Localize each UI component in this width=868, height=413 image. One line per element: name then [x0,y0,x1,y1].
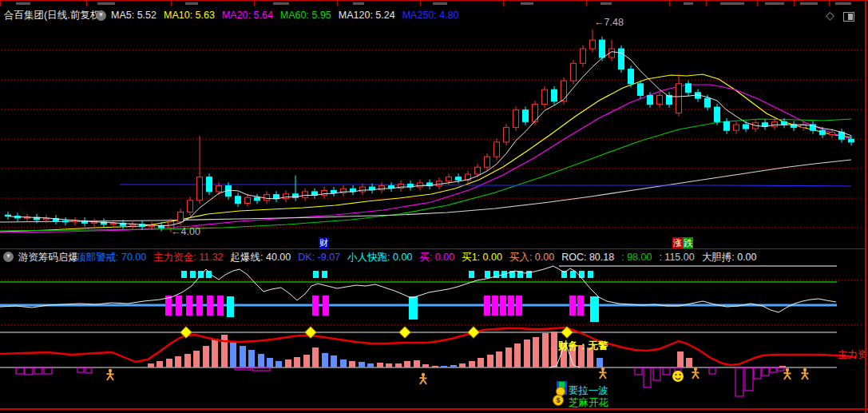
hint-tag-财[interactable]: 财 [319,237,329,248]
indicator-stat-3: DK: -9.07 [298,252,340,263]
volume-bar [175,356,181,367]
window-border-right [865,0,866,413]
magenta-outline-bar [663,367,670,375]
magenta-signal-bar [196,296,203,316]
magenta-signal-bar [217,296,224,316]
ma-label-ma20: MA20: 5.64 [222,10,273,21]
indicator-stats-row: 顶部警戒: 70.00主力资金: 11.32起爆线: 40.00DK: -9.0… [76,252,756,263]
magenta-signal-bar [323,296,329,316]
volume-bar [505,347,512,367]
ma-label-ma60: MA60: 5.95 [280,10,331,21]
volume-bar [686,358,692,367]
cyan-marker-square [579,271,585,278]
signal-diamond [468,327,479,338]
indicator-stat-4: 小人快跑: 0.00 [347,252,412,263]
magenta-outline-bar [44,367,52,374]
magenta-outline-bar [653,367,660,380]
volume-bar [157,361,163,367]
cyan-signal-bar [227,296,234,317]
indicator-stat-0: 顶部警戒: 70.00 [76,252,146,263]
app-window: $ 合百集团(日线.前复权) ▾ MA5: 5.52MA10: 5.63MA20… [0,0,868,413]
top-toolbar-fragments [0,0,868,6]
volume-bar [285,359,291,367]
ma60-line [0,119,851,231]
magenta-signal-bar [569,296,576,316]
indicator-stat-10: : 115.00 [659,252,694,263]
panel-divider [0,248,865,249]
magenta-signal-bar [207,296,213,316]
clipped-right-text: 主力资 [838,350,868,360]
volume-bar [469,361,475,367]
volume-bar [524,340,530,367]
magenta-signal-bar [484,296,490,316]
signal-text-line1: 要拉一波 [569,386,608,396]
ma-values-row: MA5: 5.52MA10: 5.63MA20: 5.64MA60: 5.95M… [111,10,459,21]
magenta-outline-bar [85,367,92,373]
indicator-oscillator-panel [0,266,863,325]
volume-bar [248,350,255,367]
cyan-marker-square [485,271,490,278]
cyan-marker-square [588,271,593,278]
signal-badge [557,381,568,396]
indicator-stat-6: 买1: 0.00 [462,252,502,263]
moneybag-icon: $ [553,395,564,406]
ma-label-ma250: MA250: 4.80 [402,10,459,21]
magenta-signal-bar [508,296,514,316]
medal-icon [557,387,565,396]
volume-bar [551,332,557,367]
volume-bar [533,337,539,367]
cyan-marker-square [190,271,196,278]
magenta-outline-bar [77,367,84,372]
volume-bar [496,351,502,367]
volume-bar [331,355,337,367]
finance-alert-text: 财务：无警 [558,341,608,351]
volume-bar [148,363,154,367]
cyan-marker-square [469,271,474,278]
volume-bar [395,363,402,367]
runner-icon [692,367,700,379]
price-annotation-low: ←4.00 [171,227,200,237]
cyan-signal-bar [590,296,599,322]
signal-text-line2: 芝麻开花 [569,398,608,408]
volume-bar [404,361,410,367]
volume-bar [450,365,457,367]
volume-bar [597,358,603,367]
hint-tag-跌[interactable]: 跌 [683,237,693,248]
volume-bar [386,363,392,367]
indicator-volume-panel: $ [0,327,856,406]
magenta-signal-bar [186,296,192,316]
magenta-outline-bar [709,367,715,374]
magenta-outline-bar [770,367,777,372]
chevron-down-icon[interactable]: ▾ [96,10,106,21]
volume-bar [677,351,684,367]
hint-tag-涨[interactable]: 涨 [672,237,683,248]
volume-bar [340,359,347,367]
magenta-signal-bar [492,296,498,316]
volume-bar [322,353,328,367]
main-price-chart [0,50,863,232]
magenta-outline-bar [25,367,33,375]
volume-bar [303,355,310,367]
cyan-marker-square [570,271,576,278]
magenta-outline-bar [635,367,642,375]
signal-diamond [399,327,410,338]
runner-icon [784,368,791,379]
volume-bar [367,363,374,367]
volume-bar [166,359,172,367]
chart-canvas[interactable]: $ [0,0,868,413]
cyan-marker-square [198,271,204,278]
indicator-name[interactable]: 游资筹码启爆 [18,252,78,263]
volume-bar [267,358,273,367]
cyan-marker-square [313,271,319,278]
split-window-icon[interactable] [843,12,854,22]
ma-label-ma10: MA10: 5.63 [164,10,215,21]
volume-bar [459,363,466,367]
volume-bar [359,362,365,367]
indicator-chevron-down-icon[interactable]: ▾ [3,252,14,262]
diamond-marker-icon[interactable]: ◇ [826,10,834,21]
volume-bar [441,366,447,367]
volume-bar [478,358,484,367]
volume-bar [514,344,521,367]
magenta-outline-bar [762,367,769,375]
cyan-signal-bar [409,296,418,320]
